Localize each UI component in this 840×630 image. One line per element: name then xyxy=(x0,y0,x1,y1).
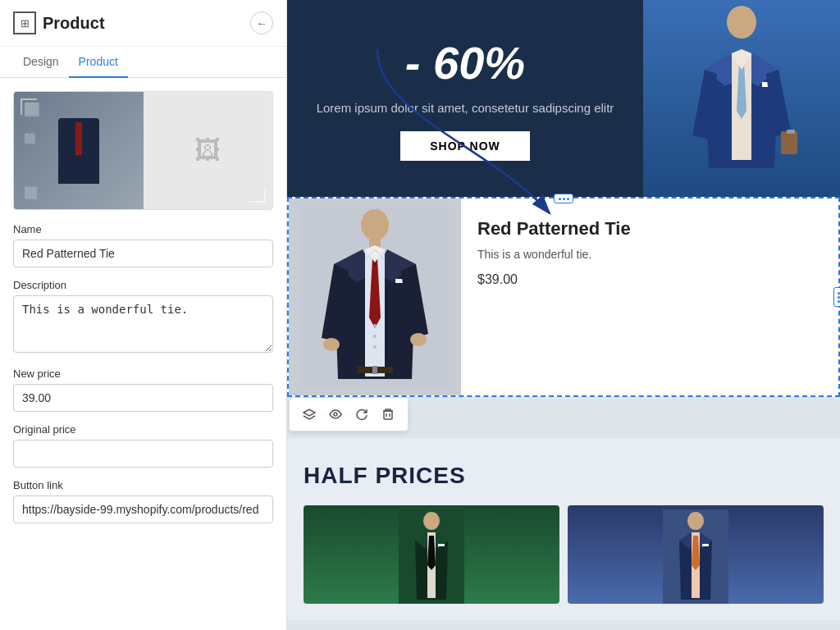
half-prices-title: HALF PRICES xyxy=(304,463,824,489)
banner-discount: - 60% xyxy=(405,36,525,89)
name-label: Name xyxy=(13,223,273,235)
half-prices-grid xyxy=(304,505,824,604)
tab-design[interactable]: Design xyxy=(13,47,69,78)
svg-rect-26 xyxy=(438,544,445,546)
svg-point-19 xyxy=(334,413,337,416)
banner-left: - 60% Lorem ipsum dolor sit amet, conset… xyxy=(287,0,643,197)
back-icon: ← xyxy=(256,17,267,30)
tab-bar: Design Product xyxy=(0,47,286,78)
product-card-container: Red Patterned Tie This is a wonderful ti… xyxy=(287,197,840,397)
form-section: Name Description This is a wonderful tie… xyxy=(0,223,286,630)
handle-dot-3 xyxy=(567,198,569,200)
hp-suit-green-svg xyxy=(399,509,464,604)
svg-point-0 xyxy=(727,6,756,39)
handle-dot-r1 xyxy=(838,292,840,294)
new-price-label: New price xyxy=(13,368,273,380)
product-card-price: $39.00 xyxy=(477,272,822,287)
handle-dot-1 xyxy=(559,198,561,200)
handle-dot-r3 xyxy=(838,300,840,303)
suit-tie xyxy=(75,122,82,155)
tab-product[interactable]: Product xyxy=(69,47,128,78)
new-price-input[interactable] xyxy=(13,384,273,412)
placeholder-icon-ml: ⬜ xyxy=(24,133,36,144)
button-link-group: Button link xyxy=(13,479,273,523)
delete-icon[interactable] xyxy=(375,401,401,427)
product-image-preview: 🖼 ⬜ ⬜ ⬜ xyxy=(13,91,273,210)
svg-point-16 xyxy=(410,333,427,346)
svg-point-10 xyxy=(373,324,377,327)
original-price-input[interactable] xyxy=(13,440,273,468)
svg-point-6 xyxy=(361,209,389,240)
card-toolbar xyxy=(289,397,409,431)
shop-now-button[interactable]: SHOP NOW xyxy=(400,131,530,161)
original-price-label: Original price xyxy=(13,423,273,436)
product-suit-svg xyxy=(301,207,449,387)
panel-title: Product xyxy=(43,14,105,33)
svg-point-15 xyxy=(323,338,340,351)
product-card-title: Red Patterned Tie xyxy=(477,218,822,240)
description-label: Description xyxy=(13,279,273,291)
suit-body xyxy=(58,118,99,184)
name-input[interactable] xyxy=(13,240,273,267)
back-button[interactable]: ← xyxy=(250,11,273,34)
handle-dot-2 xyxy=(563,198,565,200)
svg-point-28 xyxy=(687,512,704,530)
button-link-label: Button link xyxy=(13,479,273,491)
resize-handle-right[interactable] xyxy=(833,287,840,307)
suit-figure-left xyxy=(50,102,107,200)
svg-rect-20 xyxy=(384,411,392,419)
refresh-icon[interactable] xyxy=(349,401,375,427)
handle-dot-r2 xyxy=(838,296,840,299)
panel-header: ⊞ Product ← xyxy=(0,0,286,47)
original-price-group: Original price xyxy=(13,423,273,468)
svg-rect-14 xyxy=(372,366,377,374)
product-image-area xyxy=(289,199,461,395)
name-group: Name xyxy=(13,223,273,267)
hp-card-green xyxy=(304,505,559,604)
panel-icon: ⊞ xyxy=(13,11,36,34)
new-price-group: New price xyxy=(13,368,273,412)
banner-subtitle: Lorem ipsum dolor sit amet, consetetur s… xyxy=(317,99,614,116)
placeholder-icon-tl: ⬜ xyxy=(24,102,40,117)
banner-right xyxy=(643,0,840,197)
svg-rect-3 xyxy=(781,131,797,154)
description-group: Description This is a wonderful tie. xyxy=(13,279,273,356)
placeholder-icon-bl: ⬜ xyxy=(24,186,38,199)
banner-suit-figure xyxy=(643,0,840,197)
grid-icon: ⊞ xyxy=(21,17,30,30)
svg-rect-30 xyxy=(702,544,709,546)
eye-icon[interactable] xyxy=(322,401,349,427)
canvas-panel: - 60% Lorem ipsum dolor sit amet, conset… xyxy=(287,0,840,630)
product-card-description: This is a wonderful tie. xyxy=(477,248,822,261)
description-textarea[interactable]: This is a wonderful tie. xyxy=(13,295,273,353)
hp-suit-blue-svg xyxy=(663,509,728,604)
layers-icon[interactable] xyxy=(296,401,322,427)
product-info-area: Red Patterned Tie This is a wonderful ti… xyxy=(461,199,838,395)
button-link-input[interactable] xyxy=(13,495,273,523)
panel-header-left: ⊞ Product xyxy=(13,11,105,34)
banner-suit-svg xyxy=(660,4,824,193)
left-panel: ⊞ Product ← Design Product 🖼 ⬜ ⬜ ⬜ xyxy=(0,0,287,630)
svg-point-12 xyxy=(373,345,377,349)
corner-br xyxy=(249,186,266,203)
svg-point-11 xyxy=(373,335,377,338)
image-placeholder-icon: 🖼 xyxy=(194,135,221,166)
svg-point-24 xyxy=(423,512,440,530)
banner-section: - 60% Lorem ipsum dolor sit amet, conset… xyxy=(287,0,840,197)
hp-card-blue xyxy=(568,505,824,604)
product-card[interactable]: Red Patterned Tie This is a wonderful ti… xyxy=(287,197,840,397)
svg-rect-4 xyxy=(787,130,795,134)
resize-handle-top[interactable] xyxy=(554,194,573,203)
half-prices-section: HALF PRICES xyxy=(287,438,840,620)
